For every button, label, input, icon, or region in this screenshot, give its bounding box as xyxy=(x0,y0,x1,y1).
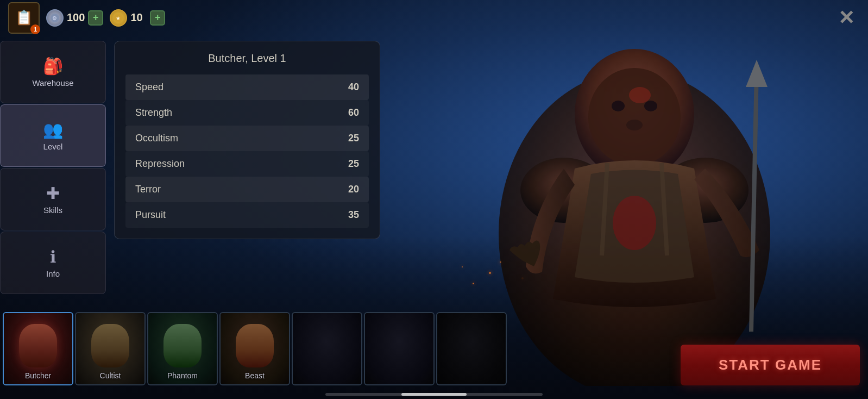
sidebar-item-warehouse[interactable]: 🎒 Warehouse xyxy=(0,41,106,103)
char-face-phantom xyxy=(163,324,202,367)
stat-row-repression: Repression 25 xyxy=(125,151,369,177)
char-face-cultist xyxy=(91,324,129,367)
close-icon: ✕ xyxy=(838,7,854,29)
top-bar: 📋 1 ⚙ 100 + ★ 10 + xyxy=(0,0,868,35)
start-game-button[interactable]: START GAME xyxy=(681,345,860,385)
silver-currency-group: ⚙ 100 + xyxy=(46,9,103,27)
sidebar-item-info[interactable]: ℹ Info xyxy=(0,232,106,294)
char-card-beast[interactable]: Beast xyxy=(219,312,290,385)
char-face-butcher xyxy=(19,324,57,367)
stat-value-pursuit: 35 xyxy=(348,209,359,221)
char-card-butcher[interactable]: Butcher xyxy=(3,312,73,385)
stat-name-strength: Strength xyxy=(135,107,172,119)
close-button[interactable]: ✕ xyxy=(833,4,860,32)
char-card-cultist[interactable]: Cultist xyxy=(75,312,146,385)
stat-value-repression: 25 xyxy=(348,158,359,170)
skills-icon: ✚ xyxy=(46,184,60,203)
sidebar-label-warehouse: Warehouse xyxy=(32,78,73,88)
stat-value-terror: 20 xyxy=(348,184,359,195)
stat-row-occultism: Occultism 25 xyxy=(125,126,369,151)
silver-value: 100 xyxy=(67,11,85,24)
stat-value-speed: 40 xyxy=(348,82,359,93)
char-name-cultist: Cultist xyxy=(100,371,121,380)
char-card-unknown1[interactable] xyxy=(292,312,362,385)
gold-value: 10 xyxy=(130,11,147,24)
svg-marker-11 xyxy=(746,60,768,87)
notification-badge: 1 xyxy=(30,24,40,34)
char-name-butcher: Butcher xyxy=(25,371,51,380)
sidebar-label-level: Level xyxy=(43,142,63,151)
svg-text:⚙: ⚙ xyxy=(52,15,57,21)
char-art-unknown2 xyxy=(365,313,433,384)
stat-row-strength: Strength 60 xyxy=(125,100,369,126)
sidebar: 🎒 Warehouse 👥 Level ✚ Skills ℹ Info xyxy=(0,41,111,294)
char-card-unknown3[interactable] xyxy=(436,312,507,385)
char-art-unknown1 xyxy=(293,313,361,384)
char-face-beast xyxy=(236,324,274,367)
svg-point-5 xyxy=(626,120,643,130)
stat-name-terror: Terror xyxy=(135,184,161,195)
svg-point-3 xyxy=(612,101,625,111)
add-silver-button[interactable]: + xyxy=(88,10,103,26)
sidebar-item-skills[interactable]: ✚ Skills xyxy=(0,168,106,230)
add-gold-button[interactable]: + xyxy=(150,10,165,26)
silver-icon: ⚙ xyxy=(46,9,64,27)
sidebar-label-info: Info xyxy=(46,269,60,278)
char-card-phantom[interactable]: Phantom xyxy=(147,312,218,385)
svg-point-2 xyxy=(588,68,681,166)
scroll-bar xyxy=(325,393,543,396)
gold-currency-group: ★ 10 + xyxy=(110,9,165,27)
sidebar-label-skills: Skills xyxy=(43,205,62,215)
char-art-unknown3 xyxy=(437,313,506,384)
stat-row-terror: Terror 20 xyxy=(125,177,369,202)
char-name-beast: Beast xyxy=(245,371,265,380)
gold-icon: ★ xyxy=(110,9,127,27)
profile-button[interactable]: 📋 1 xyxy=(8,2,40,34)
svg-point-6 xyxy=(629,87,651,103)
stat-value-occultism: 25 xyxy=(348,133,359,144)
stat-name-occultism: Occultism xyxy=(135,133,178,144)
sidebar-item-level[interactable]: 👥 Level xyxy=(0,104,106,167)
scroll-indicator xyxy=(401,393,467,396)
character-selector: ButcherCultistPhantomBeast xyxy=(0,312,507,385)
warehouse-icon: 🎒 xyxy=(43,57,63,76)
stat-name-pursuit: Pursuit xyxy=(135,209,166,221)
char-name-phantom: Phantom xyxy=(167,371,198,380)
info-icon: ℹ xyxy=(50,247,56,266)
svg-text:★: ★ xyxy=(116,15,121,21)
stat-row-pursuit: Pursuit 35 xyxy=(125,202,369,228)
stat-value-strength: 60 xyxy=(348,107,359,119)
profile-icon: 📋 xyxy=(15,9,33,26)
svg-point-9 xyxy=(613,196,656,250)
stat-name-speed: Speed xyxy=(135,82,163,93)
panel-title: Butcher, Level 1 xyxy=(125,52,369,65)
stats-list: Speed 40 Strength 60 Occultism 25 Repres… xyxy=(125,74,369,228)
stats-panel: Butcher, Level 1 Speed 40 Strength 60 Oc… xyxy=(114,41,380,239)
stat-name-repression: Repression xyxy=(135,158,185,170)
svg-point-4 xyxy=(644,101,657,111)
stat-row-speed: Speed 40 xyxy=(125,74,369,100)
char-card-unknown2[interactable] xyxy=(364,312,435,385)
level-icon: 👥 xyxy=(43,120,63,139)
